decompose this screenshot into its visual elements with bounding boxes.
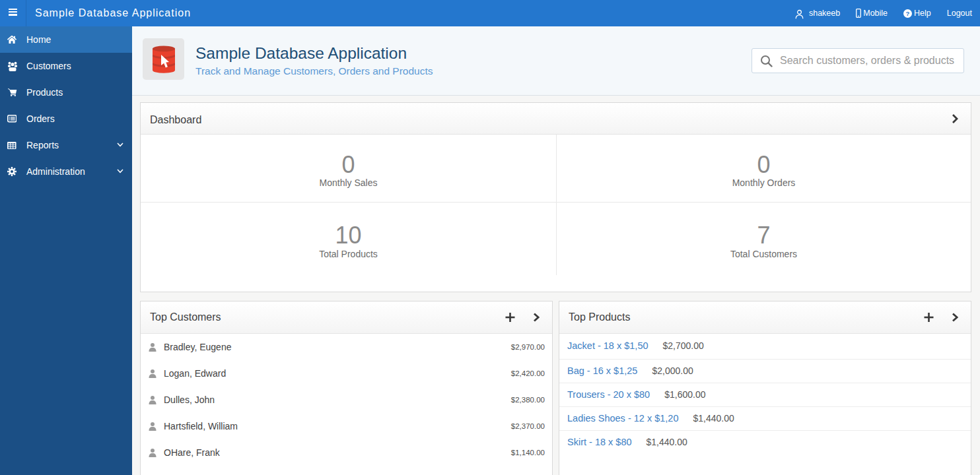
- svg-text:?: ?: [906, 10, 910, 17]
